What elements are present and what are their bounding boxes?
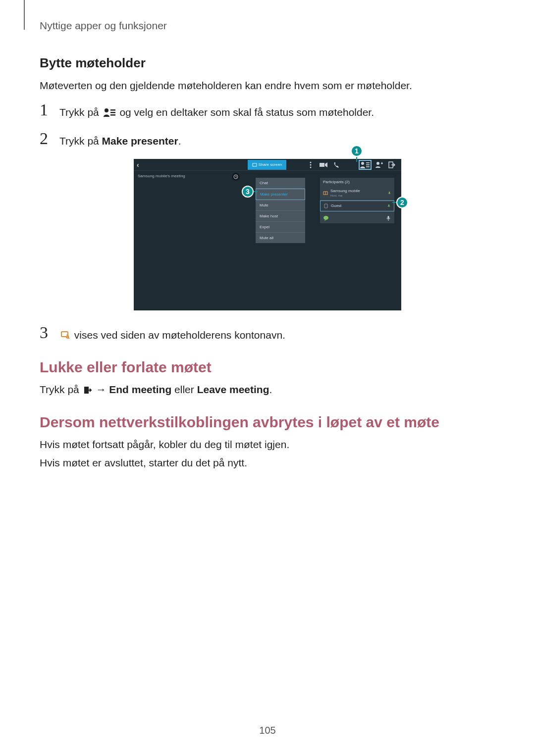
- text: .: [178, 135, 181, 147]
- svg-rect-2: [110, 112, 115, 113]
- participants-icon: [103, 106, 116, 122]
- text: og velg en deltaker som skal få status s…: [119, 106, 374, 118]
- text: eller: [171, 384, 197, 395]
- panel-header: Participants (2): [320, 178, 394, 186]
- bold: End meeting: [109, 384, 171, 395]
- net-text-2: Hvis møtet er avsluttet, starter du det …: [40, 455, 495, 471]
- participants-button-highlight: [359, 160, 372, 170]
- user-icon: [323, 203, 328, 208]
- dd-item-selected: Make presenter: [256, 189, 305, 200]
- step-3: 3 vises ved siden av møteholderens konto…: [40, 324, 495, 345]
- text: Trykk på: [59, 106, 102, 118]
- dd-item: Mute: [256, 200, 305, 211]
- page-number: 105: [0, 725, 535, 736]
- step-number: 2: [40, 130, 59, 147]
- heading-network: Dersom nettverkstilkoblingen avbrytes i …: [40, 414, 495, 431]
- close-text: Trykk på → End meeting eller Leave meeti…: [40, 382, 495, 399]
- chat-icon: [323, 214, 329, 220]
- svg-rect-10: [366, 162, 370, 163]
- presenter-badge-icon: [60, 329, 70, 345]
- breadcrumb: Nyttige apper og funksjoner: [40, 20, 495, 32]
- mic-icon: [387, 204, 391, 208]
- step-body: Trykk på Make presenter.: [59, 130, 181, 149]
- svg-point-0: [105, 108, 108, 112]
- text: Trykk på: [40, 384, 82, 395]
- intro-change: Møteverten og den gjeldende møteholderen…: [40, 78, 495, 94]
- dd-item: Make host: [256, 211, 305, 222]
- text: Host, me: [330, 194, 342, 197]
- step-1: 1 Trykk på og velg en deltaker som skal …: [40, 101, 495, 122]
- step-number: 1: [40, 101, 59, 118]
- dropdown-menu: Chat Make presenter Mute Make host Expel…: [256, 178, 305, 243]
- back-icon: ‹: [137, 161, 139, 169]
- svg-point-9: [361, 162, 364, 165]
- screenshot-figure: 1 2 3 ‹ Share screen: [40, 159, 495, 310]
- svg-rect-24: [61, 332, 68, 337]
- heading-close-meeting: Lukke eller forlate møtet: [40, 359, 495, 376]
- dd-item: Mute all: [256, 233, 305, 243]
- svg-rect-20: [324, 204, 327, 208]
- participant-name: Samsung mobile Host, me: [330, 189, 387, 198]
- exit-icon: [386, 160, 397, 169]
- svg-rect-1: [110, 109, 115, 111]
- svg-rect-8: [320, 163, 324, 167]
- text: →: [93, 384, 109, 395]
- clock-icon: [232, 173, 240, 181]
- svg-point-13: [376, 162, 379, 165]
- text: Trykk på: [59, 135, 102, 147]
- callout-1: 1: [351, 145, 363, 157]
- options-icon: [305, 160, 316, 169]
- screenshot-mock: 1 2 3 ‹ Share screen: [134, 159, 401, 310]
- share-button: Share screen: [248, 160, 286, 170]
- svg-rect-3: [110, 114, 115, 116]
- dd-item: Expel: [256, 222, 305, 233]
- svg-rect-4: [253, 163, 257, 166]
- exit-icon: [83, 383, 92, 399]
- participant-name: Guest: [331, 203, 387, 208]
- mic-icon: [385, 214, 391, 220]
- presenter-badge-icon: [323, 191, 328, 196]
- svg-rect-23: [388, 216, 389, 219]
- bold: Leave meeting: [197, 384, 269, 395]
- svg-rect-15: [381, 162, 382, 164]
- text: vises ved siden av møteholderens kontona…: [74, 329, 285, 341]
- participant-row: Samsung mobile Host, me: [320, 186, 394, 201]
- step-body: Trykk på og velg en deltaker som skal få…: [59, 101, 374, 122]
- add-user-icon: [374, 160, 384, 169]
- call-icon: [331, 160, 342, 169]
- svg-rect-11: [366, 164, 370, 165]
- svg-rect-19: [389, 192, 390, 194]
- svg-point-22: [323, 216, 328, 220]
- participants-panel: Participants (2) Samsung mobile Host, me: [320, 178, 394, 223]
- page-rule: [24, 0, 25, 30]
- text: Samsung mobile: [330, 189, 360, 193]
- bold: Make presenter: [102, 135, 178, 147]
- net-text-1: Hvis møtet fortsatt pågår, kobler du deg…: [40, 437, 495, 453]
- dd-item: Chat: [256, 178, 305, 189]
- mic-icon: [387, 191, 391, 195]
- step-2: 2 Trykk på Make presenter.: [40, 130, 495, 149]
- svg-rect-12: [366, 166, 370, 167]
- callout-line: [356, 157, 357, 162]
- step-body: vises ved siden av møteholderens kontona…: [59, 324, 285, 345]
- svg-point-5: [310, 161, 312, 163]
- svg-point-6: [310, 164, 312, 165]
- meeting-title: Samsung mobile's meeting: [138, 174, 185, 178]
- svg-rect-21: [388, 204, 389, 206]
- participant-row-selected: Guest: [320, 201, 394, 211]
- page-content: Nyttige apper og funksjoner Bytte møteho…: [0, 0, 535, 471]
- svg-point-7: [310, 166, 312, 168]
- callout-3: 3: [242, 186, 254, 198]
- video-icon: [318, 160, 329, 169]
- step-number: 3: [40, 324, 59, 341]
- callout-2: 2: [396, 197, 408, 208]
- heading-change-presenter: Bytte møteholder: [40, 55, 495, 71]
- text: .: [269, 384, 272, 395]
- panel-footer: [320, 211, 394, 223]
- share-label: Share screen: [259, 162, 282, 167]
